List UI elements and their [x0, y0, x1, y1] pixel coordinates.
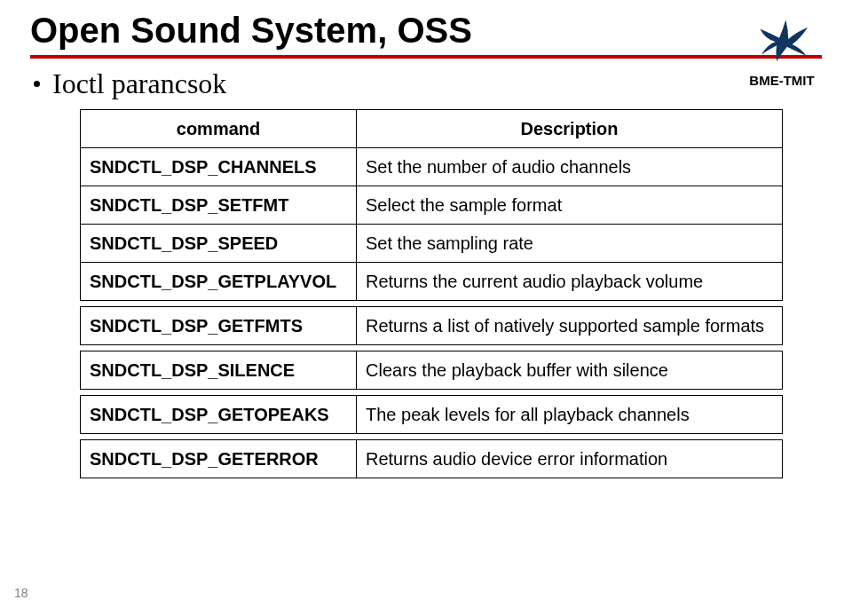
cell-command: SNDCTL_DSP_GETPLAYVOL — [81, 263, 357, 301]
header-description: Description — [357, 110, 783, 148]
bullet-dot-icon — [34, 81, 40, 87]
bullet-item: Ioctl parancsok — [34, 67, 822, 100]
table-row: SNDCTL_DSP_SPEED Set the sampling rate — [81, 225, 783, 263]
cell-description: The peak levels for all playback channel… — [357, 396, 783, 434]
cell-description: Set the sampling rate — [357, 225, 783, 263]
tables-container: command Description SNDCTL_DSP_CHANNELS … — [80, 109, 822, 478]
logo-block: BME-TMIT — [744, 16, 820, 88]
cell-description: Returns a list of natively supported sam… — [357, 307, 783, 345]
table-header-row: command Description — [81, 110, 783, 148]
bme-tmit-logo-icon — [749, 16, 815, 67]
command-table-3: SNDCTL_DSP_GETOPEAKS The peak levels for… — [80, 395, 783, 434]
title-rule — [30, 55, 822, 59]
command-table-4: SNDCTL_DSP_GETERROR Returns audio device… — [80, 439, 783, 478]
table-row: SNDCTL_DSP_GETERROR Returns audio device… — [81, 440, 783, 478]
bullet-text: Ioctl parancsok — [52, 67, 226, 100]
command-table-0: command Description SNDCTL_DSP_CHANNELS … — [80, 109, 783, 301]
table-row: SNDCTL_DSP_CHANNELS Set the number of au… — [81, 148, 783, 186]
cell-command: SNDCTL_DSP_GETERROR — [81, 440, 357, 478]
command-table-2: SNDCTL_DSP_SILENCE Clears the playback b… — [80, 351, 783, 390]
cell-command: SNDCTL_DSP_GETOPEAKS — [81, 396, 357, 434]
page-title: Open Sound System, OSS — [30, 11, 822, 50]
table-row: SNDCTL_DSP_GETFMTS Returns a list of nat… — [81, 307, 783, 345]
table-row: SNDCTL_DSP_GETPLAYVOL Returns the curren… — [81, 263, 783, 301]
command-table-1: SNDCTL_DSP_GETFMTS Returns a list of nat… — [80, 306, 783, 345]
cell-description: Set the number of audio channels — [357, 148, 783, 186]
cell-description: Returns the current audio playback volum… — [357, 263, 783, 301]
cell-command: SNDCTL_DSP_CHANNELS — [81, 148, 357, 186]
cell-description: Returns audio device error information — [357, 440, 783, 478]
cell-description: Clears the playback buffer with silence — [357, 351, 783, 390]
table-row: SNDCTL_DSP_SILENCE Clears the playback b… — [81, 351, 783, 390]
cell-command: SNDCTL_DSP_GETFMTS — [81, 307, 357, 345]
cell-command: SNDCTL_DSP_SETFMT — [81, 186, 357, 225]
cell-command: SNDCTL_DSP_SPEED — [81, 225, 357, 263]
logo-text: BME-TMIT — [744, 73, 820, 88]
cell-command: SNDCTL_DSP_SILENCE — [81, 351, 357, 390]
table-row: SNDCTL_DSP_GETOPEAKS The peak levels for… — [81, 396, 783, 434]
table-row: SNDCTL_DSP_SETFMT Select the sample form… — [81, 186, 783, 225]
header-command: command — [81, 110, 357, 148]
page-number: 18 — [14, 586, 28, 600]
slide: BME-TMIT Open Sound System, OSS Ioctl pa… — [0, 0, 852, 616]
cell-description: Select the sample format — [357, 186, 783, 225]
